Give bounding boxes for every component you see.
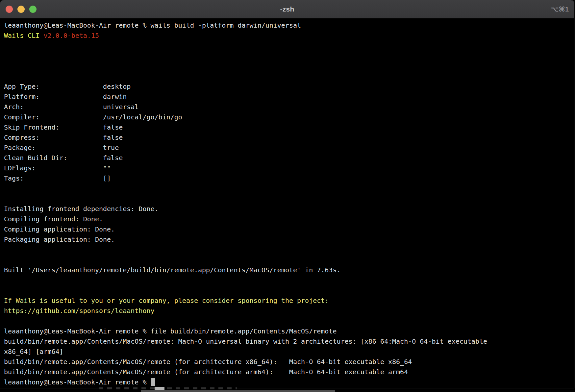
terminal-line: Compress: false xyxy=(4,133,574,143)
terminal-text-segment: Packaging application: Done. xyxy=(4,235,115,243)
terminal-line xyxy=(4,245,574,255)
terminal-text-segment: Compiling application: Done. xyxy=(4,225,115,233)
terminal-text-segment: Arch: universal xyxy=(4,103,138,111)
terminal-line: leaanthony@Leas-MacBook-Air remote % fil… xyxy=(4,326,574,336)
terminal-cursor[interactable] xyxy=(151,378,155,386)
terminal-line: Packaging application: Done. xyxy=(4,234,574,245)
terminal-text-segment: Tags: [] xyxy=(4,174,111,182)
terminal-text-segment: leaanthony@Leas-MacBook-Air remote % xyxy=(4,378,151,386)
background-window-sliver xyxy=(0,388,575,392)
terminal-line: App Type: desktop xyxy=(4,82,574,92)
terminal-text-segment: Compiler: /usr/local/go/bin/go xyxy=(4,113,182,121)
terminal-line xyxy=(4,71,574,82)
terminal-text-segment: build/bin/remote.app/Contents/MacOS/remo… xyxy=(4,368,408,376)
terminal-line: Compiling frontend: Done. xyxy=(4,214,574,224)
terminal-text-segment: App Type: desktop xyxy=(4,83,131,90)
window-title: -zsh xyxy=(0,5,574,13)
terminal-text-segment: leaanthony@Leas-MacBook-Air remote % wai… xyxy=(4,21,301,29)
terminal-line xyxy=(4,184,574,194)
terminal-text-segment: leaanthony@Leas-MacBook-Air remote % fil… xyxy=(4,327,337,335)
terminal-text-segment: If Wails is useful to you or your compan… xyxy=(4,297,329,305)
terminal-line: build/bin/remote.app/Contents/MacOS/remo… xyxy=(4,357,574,367)
titlebar[interactable]: -zsh ⌥⌘1 xyxy=(0,0,574,18)
terminal-text-segment: Platform: darwin xyxy=(4,93,127,101)
terminal-line: Arch: universal xyxy=(4,102,574,112)
terminal-line: Tags: [] xyxy=(4,173,574,184)
terminal-line: Package: true xyxy=(4,143,574,153)
terminal-line xyxy=(4,194,574,204)
terminal-line: Compiling application: Done. xyxy=(4,224,574,234)
terminal-text-segment: build/bin/remote.app/Contents/MacOS/remo… xyxy=(4,358,412,366)
terminal-line: Skip Frontend: false xyxy=(4,122,574,133)
terminal-line xyxy=(4,41,574,51)
terminal-text-segment: x86_64] [arm64] xyxy=(4,348,63,355)
terminal-line: leaanthony@Leas-MacBook-Air remote % wai… xyxy=(4,20,574,31)
terminal-text-segment: Clean Build Dir: false xyxy=(4,154,123,162)
terminal-line xyxy=(4,51,574,61)
terminal-line xyxy=(4,275,574,285)
terminal-line: Compiler: /usr/local/go/bin/go xyxy=(4,112,574,122)
terminal-line: LDFlags: "" xyxy=(4,163,574,173)
terminal-text-segment: LDFlags: "" xyxy=(4,164,111,172)
terminal-text-segment: Skip Frontend: false xyxy=(4,123,123,131)
terminal-text-segment: Compiling frontend: Done. xyxy=(4,215,103,223)
minimize-button[interactable] xyxy=(17,6,25,13)
terminal-line xyxy=(4,285,574,296)
window-shortcut-hint: ⌥⌘1 xyxy=(551,0,569,18)
terminal-line xyxy=(4,61,574,71)
terminal-line: leaanthony@Leas-MacBook-Air remote % xyxy=(4,377,574,387)
terminal-line: build/bin/remote.app/Contents/MacOS/remo… xyxy=(4,336,574,347)
terminal-window: -zsh ⌥⌘1 leaanthony@Leas-MacBook-Air rem… xyxy=(0,0,574,388)
terminal-text-segment: Installing frontend dependencies: Done. xyxy=(4,205,159,213)
terminal-line: Built '/Users/leaanthony/remote/build/bi… xyxy=(4,265,574,275)
terminal-text-segment: build/bin/remote.app/Contents/MacOS/remo… xyxy=(4,337,487,345)
terminal-line: x86_64] [arm64] xyxy=(4,347,574,357)
terminal-text-segment: https://github.com/sponsors/leaanthony xyxy=(4,307,155,315)
terminal-output[interactable]: leaanthony@Leas-MacBook-Air remote % wai… xyxy=(0,18,574,387)
terminal-line: https://github.com/sponsors/leaanthony xyxy=(4,306,574,316)
traffic-lights xyxy=(6,0,37,18)
terminal-line: Clean Build Dir: false xyxy=(4,153,574,163)
terminal-text-segment: Package: true xyxy=(4,144,119,152)
terminal-line: If Wails is useful to you or your compan… xyxy=(4,296,574,306)
terminal-line: Installing frontend dependencies: Done. xyxy=(4,204,574,214)
terminal-text-segment: Compress: false xyxy=(4,134,123,141)
terminal-line: Platform: darwin xyxy=(4,92,574,102)
background-text-fragment xyxy=(99,387,237,389)
terminal-line: Wails CLI v2.0.0-beta.15 xyxy=(4,31,574,41)
terminal-text-segment: Built '/Users/leaanthony/remote/build/bi… xyxy=(4,266,341,274)
terminal-text-segment: Wails CLI xyxy=(4,32,43,39)
terminal-line xyxy=(4,316,574,326)
close-button[interactable] xyxy=(6,6,13,13)
terminal-text-segment: v2.0.0-beta.15 xyxy=(43,32,99,39)
terminal-line: build/bin/remote.app/Contents/MacOS/remo… xyxy=(4,367,574,377)
background-window-fragment xyxy=(141,390,335,392)
zoom-button[interactable] xyxy=(29,6,37,13)
terminal-line xyxy=(4,255,574,265)
